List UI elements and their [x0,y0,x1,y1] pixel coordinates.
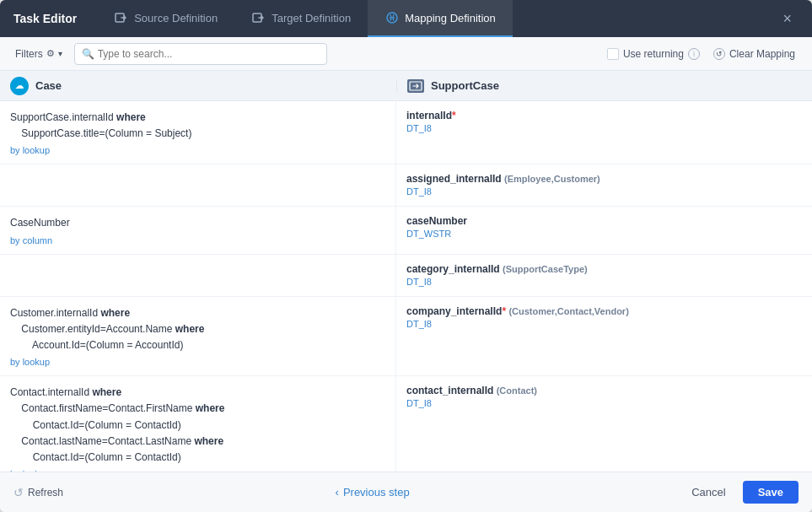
source-expression: CaseNumber [10,215,385,231]
task-editor-modal: Task Editor Source Definition [0,0,812,512]
prev-step-label: Previous step [343,486,410,499]
target-field-type: DT_I8 [406,123,802,133]
refresh-label: Refresh [28,487,63,499]
lookup-badge[interactable]: by lookup [10,357,385,367]
target-cell: category_internalId (SupportCaseType) DT… [396,255,812,296]
lookup-badge[interactable]: by lookup [10,145,385,155]
chevron-down-icon: ▾ [58,49,62,58]
column-badge[interactable]: by column [10,235,385,245]
source-expression: Contact.internalId where Contact.firstNa… [10,385,385,466]
source-definition-icon [114,10,129,25]
table-row: category_internalId (SupportCaseType) DT… [0,255,812,297]
target-cell: internalId* DT_I8 [396,101,812,164]
source-expression: Customer.internalId where Customer.entit… [10,305,385,354]
save-button[interactable]: Save [743,481,799,504]
target-field-type: DT_I8 [406,398,802,408]
target-logo [407,79,424,93]
source-cell [0,255,396,296]
footer-actions: Cancel Save [681,481,799,504]
close-button[interactable]: × [776,7,799,31]
tab-target-label: Target Definition [272,12,351,24]
previous-step-button[interactable]: ‹ Previous step [336,486,410,499]
source-cell: Contact.internalId where Contact.firstNa… [0,376,396,472]
table-row: SupportCase.internalId where SupportCase… [0,101,812,164]
target-cell: caseNumber DT_WSTR [396,207,812,253]
modal-header: Task Editor Source Definition [0,0,812,37]
target-field-name: company_internalId* (Customer,Contact,Ve… [406,305,802,317]
clear-mapping-label: Clear Mapping [729,48,795,60]
use-returning-checkbox[interactable] [607,48,619,60]
use-returning-info-icon[interactable]: i [688,48,700,60]
tab-target-definition[interactable]: Target Definition [234,0,368,37]
footer-center: ‹ Previous step [63,486,681,499]
target-field-type: DT_I8 [406,277,802,287]
target-cell: company_internalId* (Customer,Contact,Ve… [396,297,812,376]
search-wrapper: 🔍 [74,43,327,65]
header-tabs: Source Definition Target Definition [97,0,776,37]
target-field-name: caseNumber [406,215,802,227]
target-field-name: contact_internalId (Contact) [406,385,802,396]
target-definition-icon [251,10,266,25]
target-field-name: category_internalId (SupportCaseType) [406,263,802,275]
clear-mapping-button[interactable]: ↺ Clear Mapping [707,45,802,63]
use-returning-control: Use returning i [607,48,700,60]
column-headers: ☁ Case SupportCase [0,71,812,101]
toolbar: Filters ⚙ ▾ 🔍 Use returning i ↺ Clear Ma… [0,37,812,71]
filter-icon: ⚙ [46,48,55,59]
footer: ↺ Refresh ‹ Previous step Cancel Save [0,472,812,512]
source-cell: Customer.internalId where Customer.entit… [0,297,396,376]
target-column-header: SupportCase [396,79,812,93]
chevron-left-icon: ‹ [336,486,339,499]
target-field-type: DT_I8 [406,319,802,329]
cancel-button[interactable]: Cancel [681,481,735,504]
source-cell: SupportCase.internalId where SupportCase… [0,101,396,164]
tab-source-definition[interactable]: Source Definition [97,0,234,37]
target-cell: contact_internalId (Contact) DT_I8 [396,376,812,472]
tab-source-label: Source Definition [134,12,218,24]
table-row: assigned_internalId (Employee,Customer) … [0,164,812,207]
target-cell: assigned_internalId (Employee,Customer) … [396,164,812,206]
tab-mapping-definition[interactable]: Mapping Definition [368,0,513,37]
source-column-header: ☁ Case [0,77,396,95]
salesforce-logo: ☁ [10,77,29,95]
source-cell [0,164,396,206]
refresh-icon: ↺ [13,486,24,499]
refresh-button[interactable]: ↺ Refresh [13,486,63,499]
target-field-name: internalId* [406,110,802,121]
target-field-name: assigned_internalId (Employee,Customer) [406,173,802,185]
target-field-type: DT_I8 [406,186,802,197]
table-row: Contact.internalId where Contact.firstNa… [0,376,812,472]
target-column-label: SupportCase [431,79,499,92]
modal-title: Task Editor [13,12,77,25]
table-row: Customer.internalId where Customer.entit… [0,297,812,377]
target-field-type: DT_WSTR [406,229,802,239]
filters-label: Filters [15,48,43,60]
source-expression: SupportCase.internalId where SupportCase… [10,110,385,142]
source-column-label: Case [35,79,62,92]
table-row: CaseNumber by column caseNumber DT_WSTR [0,207,812,254]
mapping-content: SupportCase.internalId where SupportCase… [0,101,812,472]
mapping-definition-icon [384,10,400,25]
search-input[interactable] [98,48,320,60]
use-returning-label: Use returning [623,48,684,60]
search-icon: 🔍 [82,48,94,60]
clear-mapping-icon: ↺ [713,48,725,60]
tab-mapping-label: Mapping Definition [405,12,496,24]
filters-button[interactable]: Filters ⚙ ▾ [10,45,67,63]
source-cell: CaseNumber by column [0,207,396,253]
